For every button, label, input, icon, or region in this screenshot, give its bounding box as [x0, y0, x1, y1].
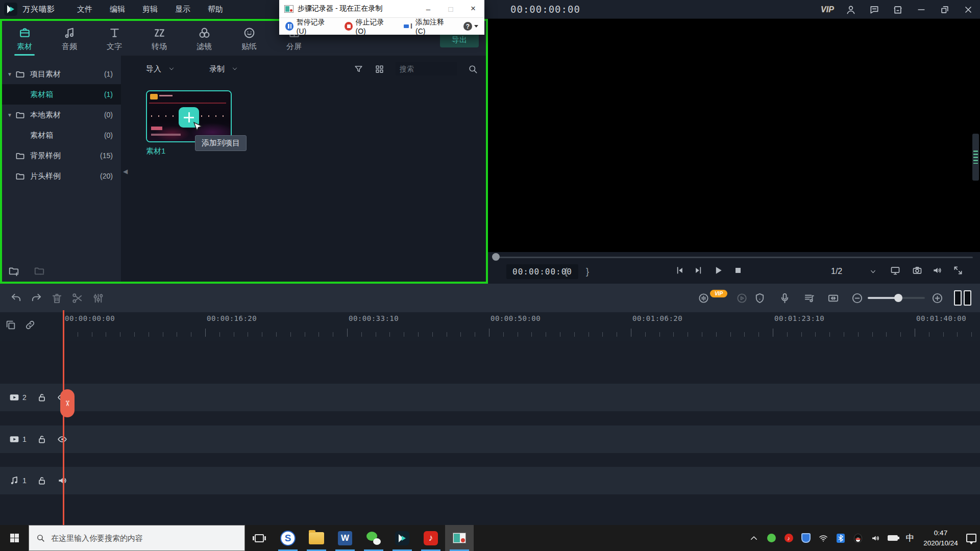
delete-button[interactable]: [51, 292, 63, 304]
expand-caret-icon[interactable]: ▼: [7, 112, 15, 118]
sidebar-item-2[interactable]: ▼本地素材(0): [2, 105, 121, 125]
menu-item-0[interactable]: 文件: [68, 0, 101, 18]
mute-speaker-icon[interactable]: [932, 265, 942, 276]
vip-badge[interactable]: VIP: [816, 0, 839, 19]
taskbar-search[interactable]: [29, 525, 245, 551]
render-preview-button[interactable]: [736, 292, 748, 304]
mark-out-button[interactable]: }: [586, 266, 589, 277]
menu-item-4[interactable]: 帮助: [199, 0, 232, 18]
recorder-titlebar[interactable]: 步骤记录器 - 现在正在录制 – □ ×: [279, 0, 484, 17]
taskbar-search-input[interactable]: [50, 533, 244, 543]
stop-button[interactable]: [733, 265, 743, 276]
tray-wifi[interactable]: [815, 525, 832, 551]
sidebar-item-1[interactable]: 素材箱(1): [2, 84, 121, 105]
lock-icon[interactable]: [37, 392, 47, 403]
timeline-ruler[interactable]: 00:00:00:0000:00:16:2000:00:33:1000:00:5…: [0, 312, 980, 341]
tab-media[interactable]: 素材: [2, 22, 47, 56]
keyframe-audio-button[interactable]: [698, 292, 709, 304]
sidebar-item-4[interactable]: 背景样例(15): [2, 145, 121, 166]
delete-folder-button[interactable]: [34, 265, 45, 277]
search-icon[interactable]: [468, 64, 478, 74]
zoom-in-button[interactable]: [932, 292, 943, 304]
new-folder-button[interactable]: [8, 265, 19, 277]
undo-button[interactable]: [10, 292, 22, 304]
tab-audio[interactable]: 音频: [47, 22, 92, 56]
tray-bluetooth[interactable]: [832, 525, 849, 551]
tray-netease[interactable]: ♪: [780, 525, 797, 551]
recorder-button-1[interactable]: 停止记录(O): [345, 18, 392, 35]
filter-funnel-icon[interactable]: [354, 64, 363, 74]
shield-button[interactable]: [754, 292, 766, 304]
timeline-tracks[interactable]: 211: [0, 341, 980, 525]
tray-wechat[interactable]: [763, 525, 780, 551]
link-clips-icon[interactable]: [24, 319, 36, 331]
snapshot-camera-icon[interactable]: [912, 265, 922, 276]
taskbar-app-netease[interactable]: ♪: [416, 525, 445, 551]
preview-page-indicator[interactable]: 1/2: [831, 267, 842, 276]
menu-item-1[interactable]: 编辑: [101, 0, 134, 18]
recorder-close-button[interactable]: ×: [462, 0, 484, 17]
recorder-help-button[interactable]: ?: [463, 22, 478, 31]
taskbar-app-steps-recorder[interactable]: [445, 525, 474, 551]
sidebar-item-3[interactable]: 素材箱(0): [2, 125, 121, 145]
tab-text[interactable]: 文字: [92, 22, 137, 56]
taskbar-app-sogou[interactable]: S: [274, 525, 302, 551]
feedback-button[interactable]: [863, 0, 886, 19]
tray-power[interactable]: [884, 525, 901, 551]
media-thumbnail[interactable]: [146, 90, 232, 142]
fit-timeline-button[interactable]: [827, 292, 839, 304]
record-button[interactable]: 录制: [209, 62, 238, 76]
seek-bar[interactable]: [495, 257, 973, 258]
seek-handle[interactable]: [492, 253, 500, 261]
minimize-button[interactable]: [910, 0, 933, 19]
mark-in-button[interactable]: {: [565, 266, 568, 277]
eye-icon[interactable]: [57, 434, 67, 444]
taskbar-app-wechat[interactable]: [359, 525, 388, 551]
sidebar-item-0[interactable]: ▼项目素材(1): [2, 64, 121, 84]
media-item[interactable]: 添加到项目 素材1: [146, 90, 232, 156]
adjust-button[interactable]: [92, 292, 104, 304]
restore-button[interactable]: [933, 0, 957, 19]
timeline-zoom-slider[interactable]: [868, 297, 925, 299]
fullscreen-icon[interactable]: [953, 265, 963, 276]
action-center-button[interactable]: [963, 525, 980, 551]
track-lane-audio-1[interactable]: 1: [0, 467, 980, 494]
tray-qq[interactable]: [849, 525, 867, 551]
slider-knob[interactable]: [894, 294, 902, 302]
input-language-indicator[interactable]: 中: [901, 525, 919, 551]
close-button[interactable]: [957, 0, 980, 19]
library-search-input[interactable]: [396, 62, 457, 76]
tab-sticker[interactable]: 贴纸: [227, 22, 272, 56]
recorder-button-0[interactable]: 暂停记录(U): [285, 18, 332, 35]
menu-item-2[interactable]: 剪辑: [134, 0, 166, 18]
next-frame-button[interactable]: [694, 265, 704, 276]
tray-security-shield[interactable]: [797, 525, 815, 551]
manage-tracks-icon[interactable]: [5, 319, 16, 331]
split-scissors-button[interactable]: [71, 292, 83, 304]
redo-button[interactable]: [31, 292, 42, 304]
lock-icon[interactable]: [37, 475, 47, 486]
expand-caret-icon[interactable]: ▼: [7, 71, 15, 77]
sidebar-collapse-handle[interactable]: ◀: [123, 168, 128, 175]
play-button[interactable]: [713, 265, 723, 276]
display-device-icon[interactable]: [890, 265, 900, 276]
grid-view-icon[interactable]: [375, 64, 384, 74]
taskbar-app-word[interactable]: W: [331, 525, 359, 551]
previous-frame-button[interactable]: [674, 265, 684, 276]
start-button[interactable]: [0, 525, 29, 551]
layout-toggle-button[interactable]: [954, 290, 971, 306]
tray-volume[interactable]: [867, 525, 884, 551]
task-view-button[interactable]: [245, 525, 274, 551]
lock-icon[interactable]: [37, 434, 47, 444]
sidebar-item-5[interactable]: 片头样例(20): [2, 166, 121, 186]
record-voiceover-button[interactable]: [779, 292, 791, 304]
import-button[interactable]: 导入: [146, 62, 175, 76]
chevron-down-icon[interactable]: [870, 268, 876, 275]
taskbar-app-explorer[interactable]: [302, 525, 331, 551]
playhead-line[interactable]: [63, 310, 64, 525]
playhead-handle[interactable]: ✂: [60, 389, 75, 417]
menu-item-3[interactable]: 显示: [166, 0, 199, 18]
taskbar-app-filmora[interactable]: [388, 525, 416, 551]
audio-mixer-button[interactable]: [803, 292, 815, 304]
recorder-button-2[interactable]: 添加注释(C): [404, 18, 451, 35]
